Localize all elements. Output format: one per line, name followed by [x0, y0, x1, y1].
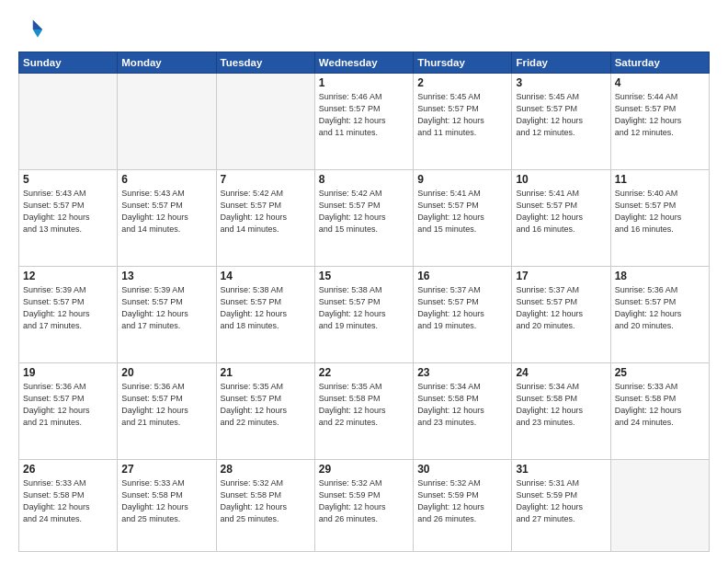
- day-info: Sunrise: 5:37 AM Sunset: 5:57 PM Dayligh…: [516, 284, 606, 332]
- calendar-cell: 24Sunrise: 5:34 AM Sunset: 5:58 PM Dayli…: [512, 363, 610, 460]
- day-number: 14: [221, 270, 311, 282]
- calendar-cell: 11Sunrise: 5:40 AM Sunset: 5:57 PM Dayli…: [610, 170, 709, 267]
- calendar-cell: 5Sunrise: 5:43 AM Sunset: 5:57 PM Daylig…: [19, 170, 118, 267]
- day-number: 17: [516, 270, 606, 282]
- day-number: 31: [516, 463, 606, 476]
- calendar-cell: 29Sunrise: 5:32 AM Sunset: 5:59 PM Dayli…: [314, 460, 413, 552]
- day-number: 27: [121, 463, 211, 476]
- calendar-cell: 15Sunrise: 5:38 AM Sunset: 5:57 PM Dayli…: [314, 267, 413, 363]
- calendar-cell: 23Sunrise: 5:34 AM Sunset: 5:58 PM Dayli…: [414, 363, 512, 460]
- calendar-cell: 28Sunrise: 5:32 AM Sunset: 5:58 PM Dayli…: [216, 460, 314, 552]
- day-info: Sunrise: 5:34 AM Sunset: 5:58 PM Dayligh…: [516, 381, 606, 429]
- calendar-cell: [610, 460, 709, 552]
- day-number: 26: [23, 463, 113, 476]
- day-number: 11: [615, 173, 705, 186]
- week-row-5: 26Sunrise: 5:33 AM Sunset: 5:58 PM Dayli…: [19, 460, 710, 552]
- calendar-cell: [19, 74, 118, 170]
- day-info: Sunrise: 5:39 AM Sunset: 5:57 PM Dayligh…: [121, 284, 211, 332]
- calendar-cell: 3Sunrise: 5:45 AM Sunset: 5:57 PM Daylig…: [512, 74, 610, 170]
- day-number: 23: [417, 366, 507, 379]
- day-info: Sunrise: 5:36 AM Sunset: 5:57 PM Dayligh…: [615, 284, 705, 332]
- day-info: Sunrise: 5:43 AM Sunset: 5:57 PM Dayligh…: [121, 188, 211, 236]
- calendar-cell: 17Sunrise: 5:37 AM Sunset: 5:57 PM Dayli…: [512, 267, 610, 363]
- day-number: 30: [417, 463, 507, 476]
- calendar-cell: 21Sunrise: 5:35 AM Sunset: 5:57 PM Dayli…: [216, 363, 314, 460]
- day-info: Sunrise: 5:32 AM Sunset: 5:59 PM Dayligh…: [417, 477, 507, 525]
- day-info: Sunrise: 5:46 AM Sunset: 5:57 PM Dayligh…: [319, 91, 409, 139]
- weekday-wednesday: Wednesday: [314, 52, 413, 74]
- svg-marker-0: [33, 20, 43, 30]
- calendar-cell: 30Sunrise: 5:32 AM Sunset: 5:59 PM Dayli…: [414, 460, 512, 552]
- day-info: Sunrise: 5:39 AM Sunset: 5:57 PM Dayligh…: [23, 284, 113, 332]
- day-number: 13: [121, 270, 211, 282]
- day-info: Sunrise: 5:40 AM Sunset: 5:57 PM Dayligh…: [615, 188, 705, 236]
- day-number: 20: [121, 366, 211, 379]
- day-info: Sunrise: 5:33 AM Sunset: 5:58 PM Dayligh…: [615, 381, 705, 429]
- calendar-cell: [118, 74, 216, 170]
- calendar-cell: 7Sunrise: 5:42 AM Sunset: 5:57 PM Daylig…: [216, 170, 314, 267]
- calendar-cell: 13Sunrise: 5:39 AM Sunset: 5:57 PM Dayli…: [118, 267, 216, 363]
- day-number: 6: [121, 173, 211, 186]
- weekday-monday: Monday: [118, 52, 216, 74]
- calendar-cell: [216, 74, 314, 170]
- day-info: Sunrise: 5:36 AM Sunset: 5:57 PM Dayligh…: [23, 381, 113, 429]
- calendar-cell: 14Sunrise: 5:38 AM Sunset: 5:57 PM Dayli…: [216, 267, 314, 363]
- day-number: 9: [417, 173, 507, 186]
- weekday-saturday: Saturday: [610, 52, 709, 74]
- day-number: 8: [319, 173, 409, 186]
- calendar-cell: 6Sunrise: 5:43 AM Sunset: 5:57 PM Daylig…: [118, 170, 216, 267]
- day-number: 29: [319, 463, 409, 476]
- week-row-4: 19Sunrise: 5:36 AM Sunset: 5:57 PM Dayli…: [19, 363, 710, 460]
- day-number: 15: [319, 270, 409, 282]
- day-info: Sunrise: 5:45 AM Sunset: 5:57 PM Dayligh…: [417, 91, 507, 139]
- day-info: Sunrise: 5:42 AM Sunset: 5:57 PM Dayligh…: [221, 188, 311, 236]
- day-info: Sunrise: 5:35 AM Sunset: 5:57 PM Dayligh…: [221, 381, 311, 429]
- day-number: 22: [319, 366, 409, 379]
- day-info: Sunrise: 5:43 AM Sunset: 5:57 PM Dayligh…: [23, 188, 113, 236]
- day-info: Sunrise: 5:44 AM Sunset: 5:57 PM Dayligh…: [615, 91, 705, 139]
- day-number: 18: [615, 270, 705, 282]
- day-info: Sunrise: 5:35 AM Sunset: 5:58 PM Dayligh…: [319, 381, 409, 429]
- day-number: 2: [417, 76, 507, 89]
- day-info: Sunrise: 5:41 AM Sunset: 5:57 PM Dayligh…: [417, 188, 507, 236]
- header: [18, 17, 710, 42]
- day-info: Sunrise: 5:36 AM Sunset: 5:57 PM Dayligh…: [121, 381, 211, 429]
- day-info: Sunrise: 5:38 AM Sunset: 5:57 PM Dayligh…: [221, 284, 311, 332]
- day-info: Sunrise: 5:33 AM Sunset: 5:58 PM Dayligh…: [23, 477, 113, 525]
- calendar-cell: 31Sunrise: 5:31 AM Sunset: 5:59 PM Dayli…: [512, 460, 610, 552]
- weekday-friday: Friday: [512, 52, 610, 74]
- weekday-thursday: Thursday: [414, 52, 512, 74]
- week-row-3: 12Sunrise: 5:39 AM Sunset: 5:57 PM Dayli…: [19, 267, 710, 363]
- day-info: Sunrise: 5:31 AM Sunset: 5:59 PM Dayligh…: [516, 477, 606, 525]
- day-info: Sunrise: 5:33 AM Sunset: 5:58 PM Dayligh…: [121, 477, 211, 525]
- day-number: 3: [516, 76, 606, 89]
- page: SundayMondayTuesdayWednesdayThursdayFrid…: [0, 0, 728, 563]
- day-info: Sunrise: 5:45 AM Sunset: 5:57 PM Dayligh…: [516, 91, 606, 139]
- calendar-cell: 8Sunrise: 5:42 AM Sunset: 5:57 PM Daylig…: [314, 170, 413, 267]
- day-info: Sunrise: 5:38 AM Sunset: 5:57 PM Dayligh…: [319, 284, 409, 332]
- calendar-cell: 2Sunrise: 5:45 AM Sunset: 5:57 PM Daylig…: [414, 74, 512, 170]
- day-number: 4: [615, 76, 705, 89]
- day-info: Sunrise: 5:37 AM Sunset: 5:57 PM Dayligh…: [417, 284, 507, 332]
- week-row-2: 5Sunrise: 5:43 AM Sunset: 5:57 PM Daylig…: [19, 170, 710, 267]
- day-number: 10: [516, 173, 606, 186]
- logo-icon: [18, 17, 44, 42]
- day-info: Sunrise: 5:32 AM Sunset: 5:58 PM Dayligh…: [221, 477, 311, 525]
- calendar-cell: 18Sunrise: 5:36 AM Sunset: 5:57 PM Dayli…: [610, 267, 709, 363]
- day-number: 5: [23, 173, 113, 186]
- day-number: 28: [221, 463, 311, 476]
- day-info: Sunrise: 5:41 AM Sunset: 5:57 PM Dayligh…: [516, 188, 606, 236]
- day-info: Sunrise: 5:32 AM Sunset: 5:59 PM Dayligh…: [319, 477, 409, 525]
- calendar-cell: 9Sunrise: 5:41 AM Sunset: 5:57 PM Daylig…: [414, 170, 512, 267]
- weekday-header-row: SundayMondayTuesdayWednesdayThursdayFrid…: [19, 52, 710, 74]
- calendar-cell: 19Sunrise: 5:36 AM Sunset: 5:57 PM Dayli…: [19, 363, 118, 460]
- day-number: 16: [417, 270, 507, 282]
- svg-marker-1: [33, 29, 43, 38]
- calendar-cell: 10Sunrise: 5:41 AM Sunset: 5:57 PM Dayli…: [512, 170, 610, 267]
- day-number: 12: [23, 270, 113, 282]
- day-number: 24: [516, 366, 606, 379]
- calendar-cell: 20Sunrise: 5:36 AM Sunset: 5:57 PM Dayli…: [118, 363, 216, 460]
- week-row-1: 1Sunrise: 5:46 AM Sunset: 5:57 PM Daylig…: [19, 74, 710, 170]
- calendar-cell: 12Sunrise: 5:39 AM Sunset: 5:57 PM Dayli…: [19, 267, 118, 363]
- day-number: 1: [319, 76, 409, 89]
